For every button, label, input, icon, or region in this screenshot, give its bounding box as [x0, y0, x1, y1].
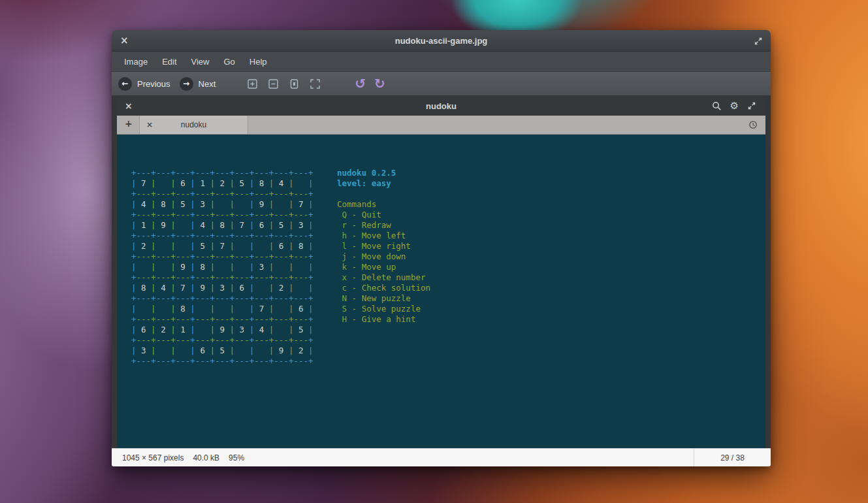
- zoom-original-button[interactable]: [289, 78, 300, 89]
- commands-header: Commands: [337, 199, 430, 210]
- toolbar: ← Previous → Next ↺ ↻: [112, 72, 771, 96]
- next-label: Next: [199, 79, 216, 89]
- new-tab-button: +: [125, 119, 133, 128]
- terminal-screenshot: × nudoku ⚙ + × nudoku +---+--: [117, 96, 765, 448]
- image-viewport[interactable]: × nudoku ⚙ + × nudoku +---+--: [112, 96, 771, 448]
- image-filesize: 40.0 kB: [193, 453, 219, 462]
- menu-bar: Image Edit View Go Help: [112, 52, 771, 72]
- tab-close-icon: ×: [146, 121, 153, 129]
- image-position: 29 / 38: [694, 449, 771, 466]
- next-button[interactable]: → Next: [180, 77, 216, 91]
- zoom-fit-button[interactable]: [310, 78, 321, 89]
- terminal-titlebar: × nudoku ⚙: [117, 96, 765, 116]
- previous-label: Previous: [137, 79, 170, 89]
- status-bar: 1045 × 567 pixels 40.0 kB 95% 29 / 38: [112, 448, 771, 466]
- zoom-fit-icon: [310, 78, 321, 89]
- zoom-tool-group: [247, 78, 321, 89]
- app-level: level: easy: [337, 178, 430, 189]
- app-title: nudoku 0.2.5: [337, 168, 430, 178]
- viewer-titlebar[interactable]: × nudoku-ascii-game.jpg: [112, 30, 771, 52]
- terminal-body: +---+---+---+---+---+---+---+---+---+ | …: [117, 135, 765, 448]
- zoom-level: 95%: [229, 453, 244, 462]
- gear-icon: ⚙: [730, 101, 739, 111]
- zoom-original-icon: [289, 78, 300, 89]
- rotate-right-icon: ↻: [374, 76, 385, 91]
- zoom-in-icon: [247, 78, 258, 89]
- image-dimensions: 1045 × 567 pixels: [122, 453, 184, 462]
- rotate-right-button[interactable]: ↻: [374, 77, 385, 90]
- rotate-left-button[interactable]: ↺: [355, 77, 366, 90]
- image-viewer-window: × nudoku-ascii-game.jpg Image Edit View …: [112, 30, 771, 466]
- terminal-tab-bar: + × nudoku: [117, 116, 765, 135]
- previous-button[interactable]: ← Previous: [118, 77, 170, 91]
- menu-image[interactable]: Image: [117, 52, 155, 71]
- terminal-header-icons: ⚙: [712, 101, 756, 111]
- zoom-in-button[interactable]: [247, 78, 258, 89]
- tab-nudoku: × nudoku: [139, 116, 248, 134]
- rotate-left-icon: ↺: [355, 76, 366, 91]
- menu-go[interactable]: Go: [217, 52, 242, 71]
- viewer-title: nudoku-ascii-game.jpg: [112, 36, 771, 46]
- fullscreen-icon: [747, 101, 756, 110]
- menu-edit[interactable]: Edit: [155, 52, 184, 71]
- menu-help[interactable]: Help: [242, 52, 274, 71]
- zoom-out-button[interactable]: [268, 78, 279, 89]
- search-icon: [712, 101, 722, 111]
- menu-view[interactable]: View: [184, 52, 217, 71]
- sudoku-board: +---+---+---+---+---+---+---+---+---+ | …: [131, 168, 313, 366]
- blank-line: [337, 189, 430, 199]
- command-list: Q - Quit r - Redraw h - Move left l - Mo…: [337, 210, 430, 325]
- maximize-icon[interactable]: [754, 37, 763, 46]
- status-left: 1045 × 567 pixels 40.0 kB 95%: [112, 449, 694, 466]
- arrow-right-icon: →: [183, 80, 189, 88]
- game-info: nudoku 0.2.5 level: easy Commands Q - Qu…: [337, 168, 430, 325]
- terminal-title: nudoku: [117, 101, 765, 111]
- tab-label: nudoku: [181, 120, 206, 129]
- history-icon: [748, 120, 758, 129]
- rotate-tool-group: ↺ ↻: [355, 77, 385, 90]
- arrow-left-icon: ←: [121, 80, 128, 88]
- zoom-out-icon: [268, 78, 279, 89]
